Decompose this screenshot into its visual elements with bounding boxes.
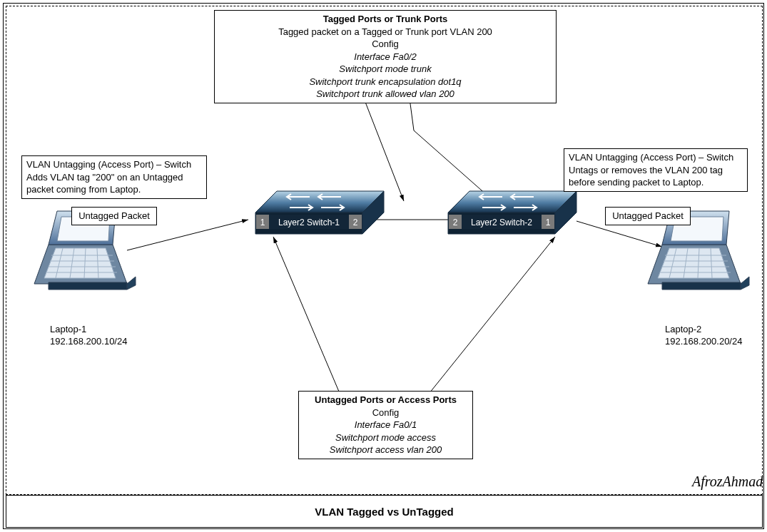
tagged-cfg3: Switchport trunk encapsulation dot1q: [219, 76, 552, 88]
packet-right-box: Untagged Packet: [605, 207, 691, 225]
svg-marker-0: [255, 191, 384, 213]
packet-left-text: Untagged Packet: [78, 210, 150, 221]
untagged-cfg1: Interface Fa0/1: [303, 419, 468, 431]
untagged-ports-box: Untagged Ports or Access Ports Config In…: [298, 391, 473, 459]
switch1-port1: 1: [260, 218, 265, 227]
svg-marker-13: [44, 248, 116, 278]
right-note-text: VLAN Untagging (Access Port) – Switch Un…: [569, 151, 743, 189]
tagged-line2: Config: [219, 38, 552, 51]
left-note-box: VLAN Untagging (Access Port) – Switch Ad…: [21, 155, 207, 199]
laptop1-name: Laptop-1: [50, 324, 127, 336]
untagged-cfg2: Switchport mode access: [303, 431, 468, 444]
switch1-name: Layer2 Switch-1: [278, 218, 340, 227]
laptop2-label: Laptop-2 192.168.200.20/24: [665, 324, 742, 348]
svg-marker-24: [49, 282, 127, 290]
tagged-cfg4: Switchport trunk allowed vlan 200: [219, 88, 552, 101]
arrow-bot-to-sw2: [427, 237, 555, 397]
laptop2-ip: 192.168.200.20/24: [665, 336, 742, 348]
packet-right-text: Untagged Packet: [612, 210, 684, 221]
svg-marker-27: [658, 248, 729, 278]
tagged-ports-box: Tagged Ports or Trunk Ports Tagged packe…: [214, 10, 557, 103]
svg-marker-38: [662, 282, 741, 290]
svg-marker-39: [741, 277, 749, 290]
laptop1-label: Laptop-1 192.168.200.10/24: [50, 324, 127, 348]
switch2-icon: 2 Layer2 Switch-2 1: [448, 191, 576, 234]
tagged-line1: Tagged packet on a Tagged or Trunk port …: [219, 26, 552, 39]
arrow-top-to-sw2-b: [414, 131, 494, 201]
packet-left-box: Untagged Packet: [71, 207, 157, 225]
tagged-header: Tagged Ports or Trunk Ports: [219, 13, 552, 26]
svg-marker-25: [127, 277, 136, 290]
arrow-top-to-sw1: [364, 98, 404, 201]
switch2-port-right: 1: [546, 218, 551, 227]
right-note-box: VLAN Untagging (Access Port) – Switch Un…: [564, 148, 748, 192]
tagged-cfg2: Switchport mode trunk: [219, 63, 552, 76]
switch1-icon: 1 Layer2 Switch-1 2: [255, 191, 384, 234]
switch1-port2: 2: [353, 218, 358, 227]
laptop2-name: Laptop-2: [665, 324, 742, 336]
switch2-name: Layer2 Switch-2: [471, 218, 532, 227]
title-text: VLAN Tagged vs UnTagged: [315, 506, 453, 518]
laptop1-ip: 192.168.200.10/24: [50, 336, 127, 348]
untagged-line2: Config: [303, 406, 468, 419]
left-note-text: VLAN Untagging (Access Port) – Switch Ad…: [26, 158, 202, 196]
diagram-title: VLAN Tagged vs UnTagged: [6, 495, 763, 528]
untagged-header: Untagged Ports or Access Ports: [303, 394, 468, 406]
svg-marker-6: [448, 191, 576, 213]
arrow-bot-to-sw1: [273, 237, 341, 397]
untagged-cfg3: Switchport access vlan 200: [303, 444, 468, 456]
tagged-cfg1: Interface Fa0/2: [219, 51, 552, 63]
switch2-port-left: 2: [453, 218, 458, 227]
